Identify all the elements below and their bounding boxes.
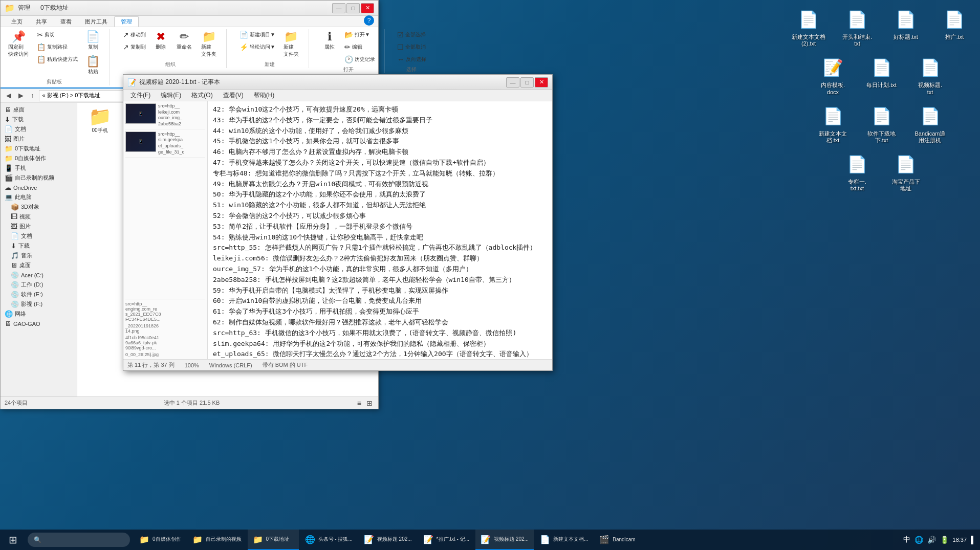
- edit-button[interactable]: ✏ 编辑: [342, 41, 378, 53]
- menu-edit[interactable]: 编辑(E): [156, 90, 186, 101]
- cut-button[interactable]: ✂ 剪切: [34, 29, 80, 40]
- invert-selection-button[interactable]: ↔ 反向选择: [395, 54, 429, 65]
- minimize-button[interactable]: —: [332, 3, 345, 13]
- tab-share[interactable]: 共享: [29, 16, 54, 27]
- sidebar-item-thispc[interactable]: 💻 此电脑: [1, 192, 77, 202]
- tray-show-desktop[interactable]: ▌: [971, 536, 976, 544]
- new-folder-button[interactable]: 📁 新建文件夹: [198, 29, 220, 60]
- desktop-icon-zhuanyi[interactable]: 📄 专栏一.txt.txt: [837, 150, 878, 194]
- menu-help[interactable]: 帮助(H): [249, 90, 280, 101]
- sidebar-item-films[interactable]: 💿 影视 (F:): [1, 299, 77, 309]
- properties-button[interactable]: ℹ 属性: [319, 29, 340, 53]
- desktop-icon-content-template[interactable]: 📝 内容模板.docx: [813, 53, 854, 97]
- taskbar-item-0media[interactable]: 📁 0自媒体创作: [134, 530, 186, 550]
- sidebar-item-software[interactable]: 💿 软件 (E:): [1, 290, 77, 299]
- sidebar-item-0media[interactable]: 📁 0自媒体创作: [1, 153, 77, 163]
- tab-manage[interactable]: 管理: [114, 16, 139, 27]
- copy-path-button[interactable]: 📋 复制路径: [34, 41, 80, 53]
- desktop-icon-software-dl[interactable]: 📄 软件下载地下.txt: [861, 102, 902, 146]
- easy-access-button[interactable]: ⚡ 轻松访问▼: [237, 41, 278, 53]
- taobao-icon: 📄: [894, 152, 918, 177]
- list-view-button[interactable]: ≡: [356, 399, 363, 408]
- copy-button[interactable]: 📄 复制: [82, 29, 103, 53]
- select-all-button[interactable]: ☑ 全部选择: [395, 29, 429, 40]
- notepad-maximize-button[interactable]: □: [520, 77, 534, 87]
- menu-view[interactable]: 查看(V): [218, 90, 249, 101]
- taskbar-item-notepad1[interactable]: 📝 视频标题 202...: [359, 530, 417, 550]
- sidebar-item-docs[interactable]: 📄 文档: [1, 124, 77, 134]
- close-button[interactable]: ✕: [361, 3, 374, 13]
- sidebar-item-0download[interactable]: 📁 0下载地址: [1, 144, 77, 153]
- taskbar-item-bandicam[interactable]: 🎬 Bandicam: [594, 530, 645, 550]
- open-button[interactable]: 📂 打开▼: [342, 29, 378, 40]
- sidebar-item-gaogao[interactable]: 🖥 GAO-GAO: [1, 319, 77, 328]
- desktop-icon-daily-plan[interactable]: 📄 每日计划.txt: [861, 53, 902, 97]
- sidebar-item-video[interactable]: 🎞 视频: [1, 212, 77, 222]
- sidebar-item-pic2[interactable]: 🖼 图片: [1, 222, 77, 231]
- taskbar-item-notepad3[interactable]: 📝 视频标题 202...: [475, 530, 534, 550]
- tab-picture-tools[interactable]: 图片工具: [78, 16, 114, 27]
- sidebar-item-network[interactable]: 🌐 网络: [1, 309, 77, 319]
- move-to-button[interactable]: ↗ 移动到: [120, 29, 148, 40]
- start-button[interactable]: ⊞: [0, 530, 26, 550]
- desktop-icon-video-title[interactable]: 📄 视频标题.txt: [910, 53, 951, 97]
- maximize-button[interactable]: □: [346, 3, 360, 13]
- desktop-icon-new-text-doc-2[interactable]: 📄 新建文本文档(2).txt: [788, 5, 829, 49]
- sidebar-item-3d[interactable]: 📦 3D对象: [1, 202, 77, 212]
- sidebar-item-desktop2[interactable]: 🖥 桌面: [1, 260, 77, 270]
- up-button[interactable]: ↑: [28, 90, 37, 101]
- sidebar-item-myvideos[interactable]: 🎬 自己录制的视频: [1, 173, 77, 183]
- tray-volume-icon[interactable]: 🔊: [927, 536, 936, 544]
- new-folder-btn2[interactable]: 📁 新建文件夹: [280, 29, 302, 60]
- taskbar-item-notepad2[interactable]: 📝 *推广.txt - 记...: [418, 530, 474, 550]
- rename-button[interactable]: ✏ 重命名: [173, 29, 195, 53]
- notepad-minimize-button[interactable]: —: [506, 77, 519, 87]
- copy-to-button[interactable]: ↗ 复制到: [120, 41, 148, 53]
- paste-button[interactable]: 📋 粘贴: [82, 54, 103, 77]
- tray-lang-icon[interactable]: 中: [903, 535, 910, 544]
- sidebar-item-onedrive[interactable]: ☁ OneDrive: [1, 183, 77, 192]
- tray-network-icon[interactable]: 🌐: [914, 536, 923, 544]
- sidebar-item-dl2[interactable]: ⬇ 下载: [1, 241, 77, 251]
- menu-format[interactable]: 格式(O): [186, 90, 217, 101]
- paste-shortcut-button[interactable]: 📋 粘贴快捷方式: [34, 54, 80, 65]
- sidebar-item-desktop[interactable]: 🖥 桌面: [1, 105, 77, 115]
- grid-view-button[interactable]: ⊞: [365, 399, 374, 408]
- sidebar-item-pictures[interactable]: 🖼 图片: [1, 134, 77, 144]
- taskbar-item-newdoc[interactable]: 📄 新建文本文档...: [535, 530, 593, 550]
- help-button[interactable]: ?: [364, 15, 374, 26]
- sidebar-item-work[interactable]: 💿 工作 (D:): [1, 280, 77, 290]
- forward-button[interactable]: ▶: [16, 90, 26, 101]
- desktop-icon-new-text-doc[interactable]: 📄 新建文本文档.txt: [813, 102, 854, 146]
- taskbar-item-toutiao[interactable]: 🌐 头条号 - 搜狐...: [300, 530, 358, 550]
- sidebar-item-phone[interactable]: 📱 手机: [1, 163, 77, 173]
- history-button[interactable]: 🕐 历史记录: [342, 54, 378, 65]
- desktop-icon-bandicam-reg[interactable]: 📄 Bandicam通用注册机: [910, 102, 951, 146]
- sidebar-item-downloads[interactable]: ⬇ 下载: [1, 115, 77, 124]
- pin-to-quick-access-button[interactable]: 📌 固定到快速访问: [5, 29, 32, 60]
- desktop2-icon: 🖥: [11, 261, 17, 269]
- deselect-all-button[interactable]: ☐ 全部取消: [395, 41, 429, 53]
- file-item-00phone[interactable]: 📁 00手机: [79, 105, 120, 137]
- taskbar-notepad2-icon: 📝: [423, 535, 433, 544]
- tab-home[interactable]: 主页: [5, 16, 29, 27]
- desktop-icon-taobao[interactable]: 📄 淘宝产品下地址: [885, 150, 926, 194]
- taskbar-search[interactable]: 🔍: [28, 533, 130, 547]
- notepad-textarea[interactable]: 42: 学会win10这2个小技巧，可有效提升速度20%，远离卡顿 43: 华为…: [208, 101, 552, 359]
- notepad-close-button[interactable]: ✕: [535, 77, 548, 87]
- menu-file[interactable]: 文件(F): [125, 90, 156, 101]
- taskbar-item-myvideos[interactable]: 📁 自己录制的视频: [187, 530, 247, 550]
- new-item-button[interactable]: 📄 新建项目▼: [237, 29, 278, 40]
- sidebar-item-acer[interactable]: 💿 Acer (C:): [1, 270, 77, 280]
- tab-view[interactable]: 查看: [54, 16, 78, 27]
- taskbar-item-downloads[interactable]: 📁 0下载地址: [248, 530, 299, 550]
- back-button[interactable]: ◀: [4, 90, 14, 101]
- tray-clock[interactable]: 18:37: [953, 537, 967, 543]
- desktop-icon-kaitu[interactable]: 📄 开头和结束.txt: [837, 5, 878, 49]
- sidebar-item-doc2[interactable]: 📄 文档: [1, 231, 77, 241]
- desktop-icon-tuiguang[interactable]: 📄 推广.txt: [934, 5, 975, 49]
- sidebar-item-music[interactable]: 🎵 音乐: [1, 251, 77, 260]
- desktop-icon-haobt[interactable]: 📄 好标题.txt: [885, 5, 926, 49]
- tray-battery-icon[interactable]: 🔋: [940, 536, 949, 544]
- delete-button[interactable]: ✖ 删除: [150, 29, 171, 53]
